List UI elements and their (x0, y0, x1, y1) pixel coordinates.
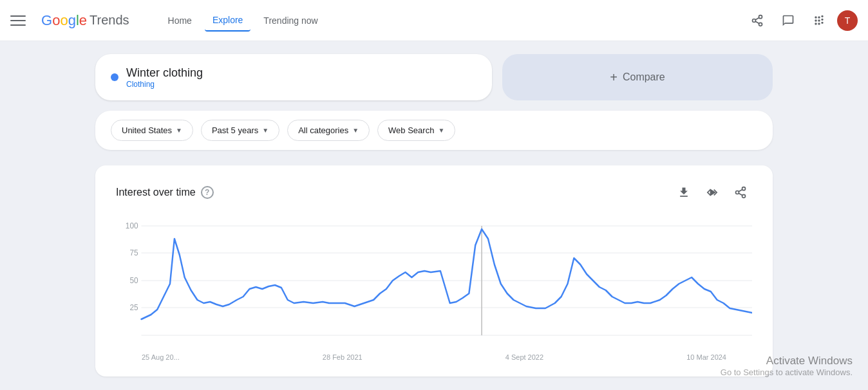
header-left: Google Trends Home Explore Trending now (10, 10, 744, 32)
trends-label: Trends (90, 13, 129, 28)
svg-point-1 (753, 19, 756, 22)
share-chart-btn[interactable] (729, 181, 752, 204)
search-category: Clothing (126, 80, 203, 89)
search-box: Winter clothing Clothing (95, 54, 492, 100)
period-filter[interactable]: Past 5 years ▼ (201, 120, 279, 141)
nav-explore[interactable]: Explore (205, 10, 250, 32)
x-label-1: 28 Feb 2021 (323, 353, 363, 361)
svg-point-0 (759, 15, 762, 18)
share-icon-btn[interactable] (744, 8, 770, 33)
svg-point-6 (736, 191, 739, 194)
chart-actions (672, 181, 752, 204)
apps-icon-btn[interactable] (806, 8, 832, 33)
chart-header: Interest over time ? (116, 181, 752, 204)
region-dropdown-arrow: ▼ (176, 127, 182, 134)
feedback-icon-btn[interactable] (775, 8, 801, 33)
search-dot (111, 73, 118, 81)
svg-text:50: 50 (129, 276, 138, 285)
nav-home[interactable]: Home (160, 10, 200, 31)
chart-title: Interest over time (116, 187, 196, 198)
search-type-filter[interactable]: Web Search ▼ (377, 120, 455, 141)
nav-trending[interactable]: Trending now (256, 10, 325, 31)
svg-line-8 (739, 193, 742, 195)
search-term[interactable]: Winter clothing (126, 66, 203, 80)
interest-chart: 100 75 50 25 (116, 219, 752, 348)
x-label-3: 10 Mar 2024 (686, 353, 726, 361)
header-right: T (744, 8, 858, 33)
main-nav: Home Explore Trending now (160, 10, 326, 32)
svg-text:25: 25 (129, 303, 138, 312)
google-trends-logo: Google Trends (41, 12, 129, 29)
download-btn[interactable] (672, 181, 695, 204)
interest-over-time-card: Interest over time ? (95, 165, 773, 376)
chart-title-area: Interest over time ? (116, 186, 214, 199)
svg-line-4 (755, 17, 759, 19)
x-label-0: 25 Aug 20... (142, 353, 180, 361)
compare-box[interactable]: + Compare (502, 54, 773, 100)
chart-container: 100 75 50 25 25 Aug 20... 28 Feb 2021 4 … (116, 219, 752, 361)
svg-line-9 (739, 189, 742, 191)
main-content: Winter clothing Clothing + Compare Unite… (80, 41, 788, 389)
svg-point-5 (742, 187, 746, 190)
svg-line-3 (755, 21, 759, 23)
svg-point-2 (759, 23, 762, 26)
compare-label: Compare (623, 71, 665, 83)
help-icon[interactable]: ? (201, 186, 214, 199)
app-header: Google Trends Home Explore Trending now (0, 0, 868, 41)
compare-plus-icon: + (610, 70, 618, 85)
chart-x-labels: 25 Aug 20... 28 Feb 2021 4 Sept 2022 10 … (116, 353, 752, 361)
embed-btn[interactable] (701, 181, 724, 204)
filter-bar: United States ▼ Past 5 years ▼ All categ… (95, 111, 773, 150)
svg-text:100: 100 (126, 221, 138, 230)
period-dropdown-arrow: ▼ (262, 127, 269, 134)
category-filter[interactable]: All categories ▼ (287, 120, 370, 141)
menu-icon[interactable] (10, 13, 26, 28)
search-type-dropdown-arrow: ▼ (438, 127, 444, 134)
user-avatar[interactable]: T (837, 10, 858, 31)
x-label-2: 4 Sept 2022 (505, 353, 543, 361)
logo-text: Google (41, 12, 87, 29)
svg-text:75: 75 (129, 248, 138, 257)
region-filter[interactable]: United States ▼ (111, 120, 193, 141)
search-area: Winter clothing Clothing + Compare (95, 54, 773, 100)
search-text-area: Winter clothing Clothing (126, 66, 203, 89)
category-dropdown-arrow: ▼ (352, 127, 359, 134)
svg-point-7 (742, 194, 746, 198)
